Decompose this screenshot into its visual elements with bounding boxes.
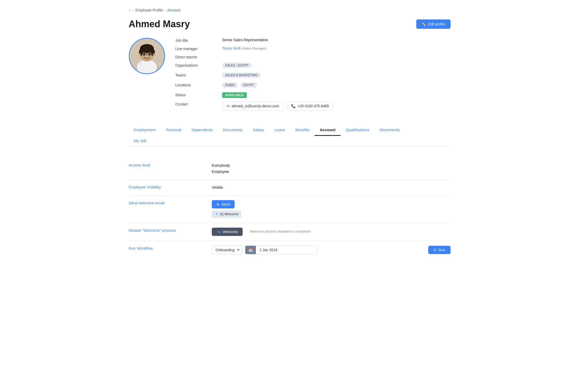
locations-label: Locations [175,82,222,87]
account-section: Access level Everybody Employee Employee… [129,155,451,262]
tab-account[interactable]: Account [315,124,340,136]
tab-movements[interactable]: Movements [374,124,405,136]
contact-row: Contact ✉ ahmed_m@yomly-demo.com 📞 +20 0… [175,102,451,110]
welcome-label: Welcome [223,230,238,234]
calendar-icon: 📅 [248,248,253,252]
breadcrumb-employee-profile[interactable]: Employee Profile [135,8,163,12]
job-title-value: Senior Sales Representative [222,38,268,42]
svg-point-8 [143,53,145,55]
restart-welcome-row: Restart "Welcome" process 📹 Welcome Welc… [129,223,451,241]
tab-leave[interactable]: Leave [269,124,290,136]
access-level-value: Everybody Employee [212,162,230,175]
calendar-icon-button[interactable]: 📅 [245,246,256,254]
contact-value: ✉ ahmed_m@yomly-demo.com 📞 +20 0100 475 … [222,102,333,110]
employee-visibility-label: Employee Visibility [129,184,212,189]
pencil-icon: ✏️ [421,22,426,26]
locations-row: Locations DUBAI EGYPT [175,82,451,89]
employee-visibility-row: Employee Visibility Visible [129,180,451,195]
svg-point-9 [148,53,151,55]
access-level-line1: Everybody [212,162,230,169]
restart-welcome-label: Restart "Welcome" process [129,228,212,233]
iq-welcome-icon: 📧 [214,212,219,217]
phone-button[interactable]: 📞 +20 0100 475 8485 [287,102,333,110]
teams-row: Teams SALES & MARKETING [175,73,451,79]
status-label: Status [175,92,222,97]
svg-point-7 [153,53,155,56]
breadcrumb-sep-2: › [165,8,166,12]
edit-profile-button[interactable]: ✏️ Edit profile [416,19,450,29]
organisations-label: Organisations [175,63,222,67]
svg-point-15 [143,58,151,60]
tab-documents[interactable]: Documents [218,124,248,136]
send-label: Send [222,202,230,206]
profile-header: Ahmed Masry ✏️ Edit profile [129,19,451,30]
tab-salary[interactable]: Salary [248,124,269,136]
phone-icon: 📞 [291,104,296,108]
tab-qualifications[interactable]: Qualifications [340,124,374,136]
run-icon: ↻ [433,248,437,252]
restart-welcome-value: 📹 Welcome Welcome process disabled or co… [212,228,311,236]
org-tag-1: SALES - EGYPT [222,63,252,68]
teams-value: SALES & MARKETING [222,73,262,79]
team-tag-1: SALES & MARKETING [222,73,261,78]
line-manager-value: Tanya Jurdi (Sales Manager) [222,46,267,50]
contact-label: Contact [175,102,222,106]
job-title-row: Job title Senior Sales Representative [175,38,451,43]
home-icon[interactable]: ⌂ [129,8,131,12]
iq-welcome-label: IQ Welcome [220,212,239,217]
breadcrumb: ⌂ › Employee Profile › Account [129,8,451,12]
email-address: ahmed_m@yomly-demo.com [232,104,279,108]
profile-name: Ahmed Masry [129,19,190,30]
direct-reports-row: Direct reports [175,54,451,59]
welcome-note: Welcome process disabled or completed [250,229,311,234]
visibility-value: Visible [212,184,223,191]
svg-point-6 [138,53,141,56]
line-manager-role: (Sales Manager) [242,46,267,50]
avatar-container [129,38,165,114]
profile-details: Job title Senior Sales Representative Li… [175,38,451,114]
welcome-button[interactable]: 📹 Welcome [212,228,243,236]
locations-value: DUBAI EGYPT [222,82,259,89]
run-workflow-label: Run Workflow [129,246,212,250]
welcome-icon: 📹 [216,230,221,234]
send-icon: ➤ [216,202,220,206]
phone-number: +20 0100 475 8485 [298,104,329,108]
status-row: Status AVAILABLE [175,92,451,98]
tabs-row-2: My Job [129,135,451,146]
run-workflow-row: Run Workflow Onboarding 📅 ↻ Run [129,241,451,259]
iq-welcome-badge: 📧 IQ Welcome [212,211,241,218]
location-tag-1: DUBAI [222,82,238,88]
teams-label: Teams [175,73,222,77]
run-label: Run [439,248,445,252]
breadcrumb-sep-1: › [133,8,134,12]
tab-dependents[interactable]: Dependents [186,124,218,136]
profile-info-section: Job title Senior Sales Representative Li… [129,38,451,114]
avatar [129,38,165,74]
date-input[interactable] [256,246,317,254]
line-manager-label: Line manager [175,46,222,51]
access-level-label: Access level [129,162,212,167]
tab-myjob[interactable]: My Job [129,135,152,147]
direct-reports-label: Direct reports [175,54,222,59]
access-level-line2: Employee [212,169,230,175]
date-input-wrapper: 📅 [245,246,318,254]
email-button[interactable]: ✉ ahmed_m@yomly-demo.com [222,102,284,110]
tab-personal[interactable]: Personal [161,124,186,136]
email-icon: ✉ [227,104,230,108]
job-title-label: Job title [175,38,222,43]
line-manager-link[interactable]: Tanya Jurdi [222,46,241,50]
organisations-row: Organisations SALES - EGYPT [175,63,451,69]
run-button[interactable]: ↻ Run [428,246,451,254]
tab-benefits[interactable]: Benefits [290,124,315,136]
send-welcome-email-row: Send welcome email ➤ Send 📧 IQ Welcome [129,195,451,223]
tab-employment[interactable]: Employment [129,124,161,136]
tabs-container: Employment Personal Dependents Documents… [129,124,451,147]
tabs-row: Employment Personal Dependents Documents… [129,124,451,135]
organisations-value: SALES - EGYPT [222,63,253,69]
access-level-row: Access level Everybody Employee [129,158,451,179]
employee-visibility-value: Visible [212,184,223,191]
send-button[interactable]: ➤ Send [212,200,235,208]
send-welcome-email-label: Send welcome email [129,200,212,205]
workflow-select[interactable]: Onboarding [212,246,242,254]
page-wrapper: ⌂ › Employee Profile › Account Ahmed Mas… [118,0,461,269]
